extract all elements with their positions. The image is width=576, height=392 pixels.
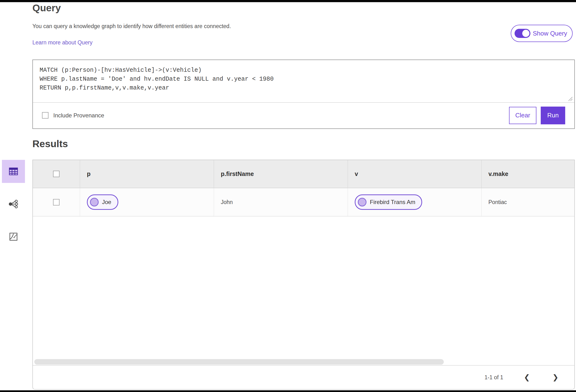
column-header-v[interactable]: v xyxy=(348,160,482,188)
previous-page-button[interactable]: ❮︎ xyxy=(522,373,532,382)
results-table: p p.firstName v v.make Joe John Fire xyxy=(32,160,575,390)
query-line-2: WHERE p.lastName = 'Doe' and hv.endDate … xyxy=(40,76,274,83)
entity-chip-label: Joe xyxy=(102,199,111,206)
cell-p-firstname: John xyxy=(214,188,348,216)
select-all-checkbox[interactable] xyxy=(53,171,59,177)
table-header-row: p p.firstName v v.make xyxy=(33,160,574,188)
cell-v-make: Pontiac xyxy=(482,188,574,216)
map-view-button[interactable] xyxy=(2,225,25,248)
query-line-3: RETURN p,p.firstName,v,v.make,v.year xyxy=(40,85,169,91)
window-top-edge xyxy=(0,0,576,2)
chevron-left-icon: ❮︎ xyxy=(524,373,530,381)
link-chart-view-icon xyxy=(8,199,19,209)
query-editor: MATCH (p:Person)-[hv:HasVehicle]->(v:Veh… xyxy=(32,60,575,129)
results-view-rail xyxy=(2,160,25,248)
entity-chip-person[interactable]: Joe xyxy=(87,194,118,210)
query-line-1: MATCH (p:Person)-[hv:HasVehicle]->(v:Veh… xyxy=(40,67,202,74)
column-header-p[interactable]: p xyxy=(80,160,214,188)
learn-more-link[interactable]: Learn more about Query xyxy=(32,39,93,46)
table-empty-area xyxy=(33,216,574,359)
entity-circle-icon xyxy=(90,198,99,207)
column-header-v-make[interactable]: v.make xyxy=(482,160,574,188)
include-provenance-checkbox[interactable] xyxy=(42,112,49,119)
column-header-p-firstname[interactable]: p.firstName xyxy=(214,160,348,188)
chevron-right-icon: ❯︎ xyxy=(552,373,558,381)
cell-p: Joe xyxy=(80,188,214,216)
page-range-label: 1-1 of 1 xyxy=(485,374,503,381)
resize-handle-icon[interactable] xyxy=(568,96,573,101)
next-page-button[interactable]: ❯︎ xyxy=(550,373,560,382)
horizontal-scrollbar-track[interactable] xyxy=(33,359,574,365)
cell-v: Firebird Trans Am xyxy=(348,188,482,216)
query-editor-footer: Include Provenance Clear Run xyxy=(33,102,574,128)
page-description: You can query a knowledge graph to ident… xyxy=(32,23,231,30)
results-title: Results xyxy=(32,138,68,150)
table-row[interactable]: Joe John Firebird Trans Am Pontiac xyxy=(33,188,574,216)
table-pagination-footer: 1-1 of 1 ❮︎ ❯︎ xyxy=(33,365,574,389)
query-textarea[interactable]: MATCH (p:Person)-[hv:HasVehicle]->(v:Veh… xyxy=(33,60,574,103)
table-view-icon xyxy=(8,166,19,177)
link-chart-view-button[interactable] xyxy=(2,192,25,215)
query-page: Query You can query a knowledge graph to… xyxy=(0,0,576,392)
select-all-cell xyxy=(33,160,80,188)
window-bottom-edge xyxy=(0,390,576,392)
run-button[interactable]: Run xyxy=(541,107,565,124)
entity-circle-icon xyxy=(358,198,367,207)
toggle-switch-icon[interactable] xyxy=(515,29,530,38)
show-query-toggle[interactable]: Show Query xyxy=(511,25,573,42)
map-view-icon xyxy=(9,232,18,241)
row-select-cell xyxy=(33,188,80,216)
entity-chip-label: Firebird Trans Am xyxy=(370,199,415,206)
page-title: Query xyxy=(32,2,61,14)
clear-button[interactable]: Clear xyxy=(509,107,536,124)
toggle-knob xyxy=(522,30,529,37)
entity-chip-vehicle[interactable]: Firebird Trans Am xyxy=(355,194,422,210)
horizontal-scrollbar-thumb[interactable] xyxy=(34,359,444,365)
row-checkbox[interactable] xyxy=(53,199,59,206)
show-query-label: Show Query xyxy=(533,30,567,37)
include-provenance-label: Include Provenance xyxy=(53,112,104,119)
table-view-button[interactable] xyxy=(2,160,25,183)
